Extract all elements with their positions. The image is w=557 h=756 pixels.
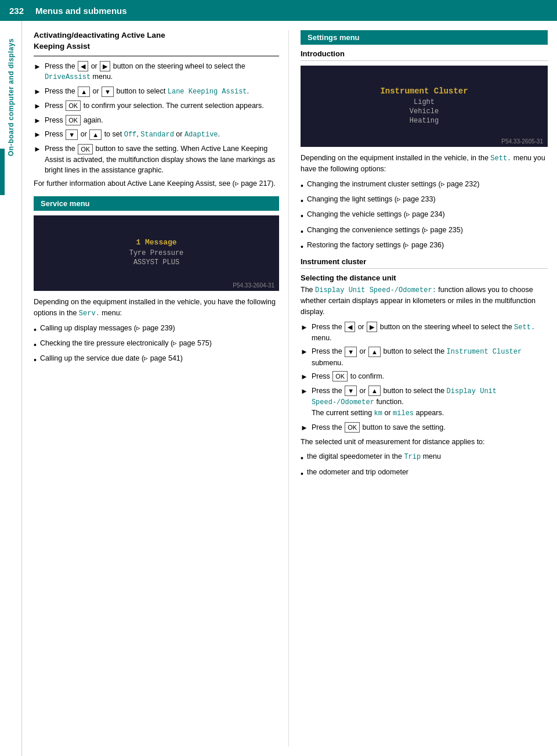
step-arrow-5: ►	[34, 129, 41, 141]
mono-sett-intro: Sett.	[490, 154, 511, 163]
bullet-dot-ic: •	[301, 180, 303, 192]
bullet-vehicle-settings: • Changing the vehicle settings (▹ page …	[301, 209, 548, 222]
mono-ic-r2: Instrument Cluster	[447, 348, 522, 356]
service-menu-para: Depending on the equipment installed in …	[34, 297, 279, 319]
bullet-text-odo: the odometer and trip odometer	[307, 467, 408, 477]
step-arrow-r5: ►	[301, 423, 308, 434]
screen-item2-tyrepressure: Tyre Pressure	[129, 249, 184, 257]
screen-id2: P54.33-2604-31	[233, 282, 274, 289]
step-r2: ► Press the ▼ or ▲ button to select the …	[301, 346, 548, 368]
screen-title-instrument-cluster: Instrument Cluster	[380, 87, 468, 96]
page-title: Menus and submenus	[35, 6, 127, 16]
instrument-cluster-heading: Instrument cluster	[301, 257, 548, 266]
mono-km: km	[374, 409, 382, 417]
bullet-dot-speedo: •	[301, 452, 303, 464]
content-area: Activating/deactivating Active LaneKeepi…	[22, 21, 557, 756]
bullet-dot-3: •	[34, 354, 37, 366]
step-arrow-3: ►	[34, 101, 41, 112]
selected-unit-para: The selected unit of measurement for dis…	[301, 437, 548, 448]
btn-up-r4: ▲	[368, 386, 381, 396]
btn-ok-4: OK	[66, 115, 81, 125]
display-unit-para: The Display Unit Speed-/Odometer: functi…	[301, 285, 548, 318]
sidebar: On-board computer and displays	[0, 21, 22, 756]
bullet-instrument-cluster: • Changing the instrument cluster settin…	[301, 179, 548, 192]
mono-adaptive: Adaptive	[185, 131, 218, 139]
mono-standard: Standard	[140, 131, 174, 139]
bullet-service-date: • Calling up the service due date (▹ pag…	[34, 353, 279, 366]
mono-displayunit-r4: Display Unit Speed-/Odometer	[312, 387, 497, 406]
btn-up-r2: ▲	[368, 347, 381, 357]
main-layout: On-board computer and displays Activatin…	[0, 21, 557, 756]
step-arrow-1: ►	[34, 62, 41, 73]
bullet-dot-2: •	[34, 339, 37, 351]
bullet-text-ic: Changing the instrument cluster settings…	[307, 179, 479, 189]
step-arrow-r3: ►	[301, 372, 308, 383]
step-text-r3: Press OK to confirm.	[312, 371, 384, 382]
step-text-r2: Press the ▼ or ▲ button to select the In…	[312, 346, 548, 368]
step-3: ► Press OK to confirm your selection. Th…	[34, 100, 279, 112]
bullet-dot-light: •	[301, 195, 303, 207]
step-arrow-r1: ►	[301, 322, 308, 333]
step-text-r4: Press the ▼ or ▲ button to select the Di…	[312, 386, 548, 419]
screen-item2-assystplus: ASSYST PLUS	[133, 258, 179, 267]
step-r5: ► Press the OK button to save the settin…	[301, 422, 548, 434]
btn-down-2: ▼	[102, 87, 114, 97]
mono-display-unit: Display Unit Speed-/Odometer:	[315, 286, 436, 294]
step-arrow-r2: ►	[301, 347, 308, 358]
further-info-para: For further information about Active Lan…	[34, 178, 279, 189]
selecting-distance-heading: Selecting the distance unit	[301, 273, 548, 282]
screen-item-light: Light	[414, 98, 435, 106]
final-bullets: • the digital speedometer in the Trip me…	[301, 451, 548, 480]
bullet-dot-conv: •	[301, 226, 303, 237]
service-menu-bullets: • Calling up display messages (▹ page 23…	[34, 323, 279, 366]
screen-item-vehicle: Vehicle	[410, 107, 439, 116]
step-arrow-2: ►	[34, 87, 41, 98]
bullet-calling-display: • Calling up display messages (▹ page 23…	[34, 323, 279, 336]
divider-ic	[301, 268, 548, 269]
bullet-text-3: Calling up the service due date (▹ page …	[40, 353, 183, 363]
bullet-text-vehicle: Changing the vehicle settings (▹ page 23…	[307, 209, 445, 219]
mono-miles: miles	[393, 409, 414, 417]
btn-down-5: ▼	[66, 129, 78, 140]
btn-up-5: ▲	[89, 129, 102, 140]
settings-screenshot: Instrument Cluster Light Vehicle Heating…	[301, 66, 548, 147]
bullet-digital-speedo: • the digital speedometer in the Trip me…	[301, 451, 548, 464]
step-text-3: Press OK to confirm your selection. The …	[45, 100, 264, 111]
bullet-tire-pressure: • Checking the tire pressure electronica…	[34, 338, 279, 351]
service-menu-box: Service menu	[34, 196, 279, 211]
bullet-text-conv: Changing the convenience settings (▹ pag…	[307, 225, 463, 235]
bullet-text-1: Calling up display messages (▹ page 239)	[40, 323, 175, 333]
right-column: Settings menu Introduction Instrument Cl…	[289, 30, 557, 747]
bullet-text-light: Changing the light settings (▹ page 233)	[307, 194, 436, 204]
bullet-light-settings: • Changing the light settings (▹ page 23…	[301, 194, 548, 207]
service-menu-screenshot: 1 Message Tyre Pressure ASSYST PLUS P54.…	[34, 215, 279, 291]
section-introduction: Introduction Instrument Cluster Light Ve…	[301, 49, 548, 253]
bullet-dot-1: •	[34, 324, 37, 336]
step-r4: ► Press the ▼ or ▲ button to select the …	[301, 386, 548, 419]
btn-left-1: ◀	[78, 61, 88, 71]
divider-lane	[34, 56, 279, 56]
bullet-text-2: Checking the tire pressure electronicall…	[40, 338, 212, 348]
btn-ok-r3: OK	[332, 371, 348, 381]
mono-trip: Trip	[404, 453, 421, 461]
step-text-1: Press the ◀ or ▶ button on the steering …	[45, 61, 279, 83]
page-number: 232	[9, 6, 24, 16]
section-instrument-cluster: Instrument cluster Selecting the distanc…	[301, 257, 548, 480]
introduction-heading: Introduction	[301, 49, 548, 58]
bullet-text-factory: Restoring the factory settings (▹ page 2…	[307, 240, 444, 250]
btn-right-1: ▶	[100, 61, 110, 71]
btn-ok-3: OK	[66, 100, 81, 111]
btn-right-r1: ▶	[367, 322, 377, 332]
divider-introduction	[301, 60, 548, 61]
sidebar-accent-bar	[0, 149, 5, 195]
btn-left-r1: ◀	[345, 322, 355, 332]
section-heading-lane: Activating/deactivating Active LaneKeepi…	[34, 30, 279, 52]
step-r1: ► Press the ◀ or ▶ button on the steerin…	[301, 322, 548, 344]
screen-item-heating: Heating	[410, 117, 439, 125]
bullet-dot-factory: •	[301, 241, 303, 253]
step-text-5: Press ▼ or ▲ to set Off, Standard or Ada…	[45, 129, 220, 140]
section-activate-lane: Activating/deactivating Active LaneKeepi…	[34, 30, 279, 189]
bullet-convenience-settings: • Changing the convenience settings (▹ p…	[301, 225, 548, 237]
step-text-6: Press the OK button to save the setting.…	[45, 143, 279, 175]
bullet-dot-vehicle: •	[301, 210, 303, 222]
